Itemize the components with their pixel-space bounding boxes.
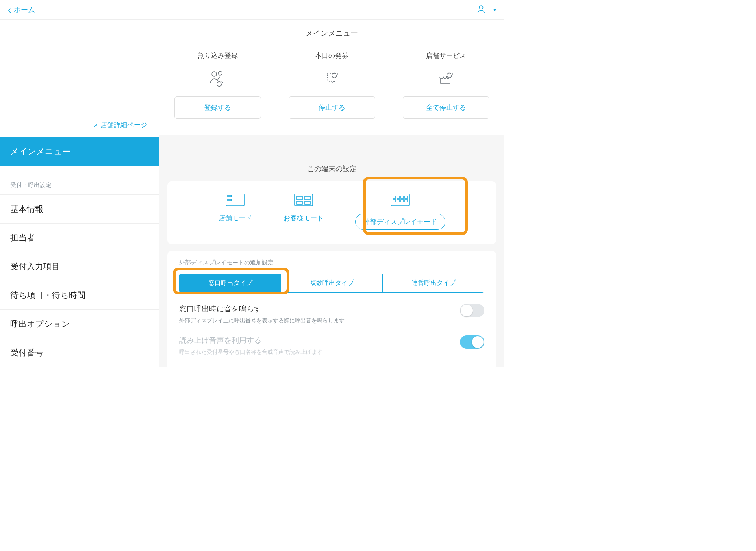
- svg-rect-9: [297, 196, 302, 200]
- svg-rect-16: [401, 196, 404, 198]
- svg-point-0: [479, 6, 483, 9]
- menu-card-title: 割り込み登録: [198, 51, 238, 60]
- menu-card-title: 店舗サービス: [426, 51, 466, 60]
- svg-rect-18: [393, 200, 396, 202]
- setting-desc: 呼出された受付番号や窓口名称を合成音声で読み上げます: [179, 349, 322, 356]
- mode-external-display[interactable]: 外部ディスプレイモード: [355, 193, 445, 230]
- setting-row-sound: 窓口呼出時に音を鳴らす 外部ディスプレイ上に呼出番号を表示する際に呼出音を鳴らし…: [179, 293, 484, 324]
- chevron-left-icon: ‹: [8, 5, 11, 15]
- extra-settings-label: 外部ディスプレイモードの追加設定: [179, 257, 484, 274]
- mode-customer[interactable]: お客様モード: [284, 193, 324, 230]
- register-button[interactable]: 登録する: [174, 96, 261, 119]
- back-button[interactable]: ‹ ホーム: [8, 5, 35, 15]
- setting-row-tts: 読み上げ音声を利用する 呼出された受付番号や窓口名称を合成音声で読み上げます: [179, 324, 484, 356]
- store-detail-link-label: 店舗詳細ページ: [100, 120, 147, 129]
- people-refresh-icon: [208, 67, 227, 89]
- segment-multi-call[interactable]: 複数呼出タイプ: [281, 274, 382, 292]
- sidebar-item-main-menu[interactable]: メインメニュー: [0, 137, 159, 166]
- svg-rect-19: [397, 200, 400, 202]
- sidebar-item-basic-info[interactable]: 基本情報: [0, 195, 159, 224]
- store-detail-link[interactable]: ↗ 店舗詳細ページ: [93, 120, 147, 129]
- content-area: メインメニュー 割り込み登録 登録する 本日の発券: [159, 20, 504, 367]
- sidebar: ↗ 店舗詳細ページ メインメニュー 受付・呼出設定 基本情報 担当者 受付入力項…: [0, 20, 159, 367]
- svg-rect-14: [393, 196, 396, 198]
- svg-rect-15: [397, 196, 400, 198]
- terminal-settings-title: この端末の設定: [159, 159, 504, 181]
- mode-label: 店舗モード: [219, 214, 252, 223]
- store-mode-icon: [225, 193, 245, 207]
- ticket-refresh-icon: [322, 67, 341, 89]
- external-link-icon: ↗: [93, 122, 98, 129]
- toggle-sound[interactable]: [460, 304, 484, 317]
- svg-rect-10: [305, 196, 310, 200]
- svg-rect-3: [226, 194, 244, 206]
- toggle-tts[interactable]: [460, 335, 484, 349]
- sidebar-item-wait-items[interactable]: 待ち項目・待ち時間: [0, 281, 159, 310]
- svg-rect-6: [228, 195, 232, 197]
- svg-rect-7: [228, 199, 232, 201]
- extra-settings-panel: 外部ディスプレイモードの追加設定 窓口呼出タイプ 複数呼出タイプ 連番呼出タイプ…: [167, 251, 496, 367]
- mode-store[interactable]: 店舗モード: [219, 193, 252, 230]
- segment-sequence-call[interactable]: 連番呼出タイプ: [382, 274, 484, 292]
- menu-card-interrupt-register: 割り込み登録 登録する: [174, 51, 261, 119]
- svg-point-1: [212, 72, 217, 76]
- setting-title: 窓口呼出時に音を鳴らす: [179, 304, 345, 314]
- stop-all-button[interactable]: 全て停止する: [403, 96, 489, 119]
- mode-label-selected: 外部ディスプレイモード: [355, 214, 445, 230]
- svg-rect-20: [401, 200, 404, 202]
- back-label: ホーム: [14, 5, 35, 15]
- external-display-mode-icon: [390, 193, 410, 207]
- topbar-chevron-down-icon[interactable]: ▾: [493, 7, 496, 13]
- svg-point-2: [218, 71, 222, 75]
- menu-card-store-service: 店舗サービス 全て停止する: [403, 51, 489, 119]
- setting-title-multipages: 複数ページの表示方式: [179, 356, 484, 367]
- sidebar-item-call-options[interactable]: 呼出オプション: [0, 310, 159, 338]
- store-refresh-icon: [437, 67, 456, 89]
- main-menu-title: メインメニュー: [159, 20, 504, 47]
- stop-button[interactable]: 停止する: [289, 96, 375, 119]
- sidebar-item-staff[interactable]: 担当者: [0, 224, 159, 252]
- svg-rect-12: [305, 201, 310, 204]
- mode-label: お客様モード: [284, 214, 324, 223]
- svg-rect-11: [297, 201, 302, 204]
- sidebar-item-reception-number[interactable]: 受付番号: [0, 338, 159, 367]
- menu-card-title: 本日の発券: [315, 51, 348, 60]
- mode-selector: 店舗モード お客様モード 外部ディスプレイモード: [167, 181, 496, 244]
- svg-rect-21: [405, 200, 408, 202]
- user-icon[interactable]: [476, 4, 486, 16]
- setting-title: 読み上げ音声を利用する: [179, 335, 322, 346]
- menu-card-today-ticket: 本日の発券 停止する: [289, 51, 375, 119]
- sidebar-item-input-items[interactable]: 受付入力項目: [0, 252, 159, 281]
- svg-rect-17: [405, 196, 408, 198]
- call-type-segmented: 窓口呼出タイプ 複数呼出タイプ 連番呼出タイプ: [179, 274, 484, 293]
- segment-window-call[interactable]: 窓口呼出タイプ: [180, 274, 281, 292]
- sidebar-section-label: 受付・呼出設定: [0, 166, 159, 195]
- setting-desc: 外部ディスプレイ上に呼出番号を表示する際に呼出音を鳴らします: [179, 317, 345, 324]
- customer-mode-icon: [294, 193, 313, 207]
